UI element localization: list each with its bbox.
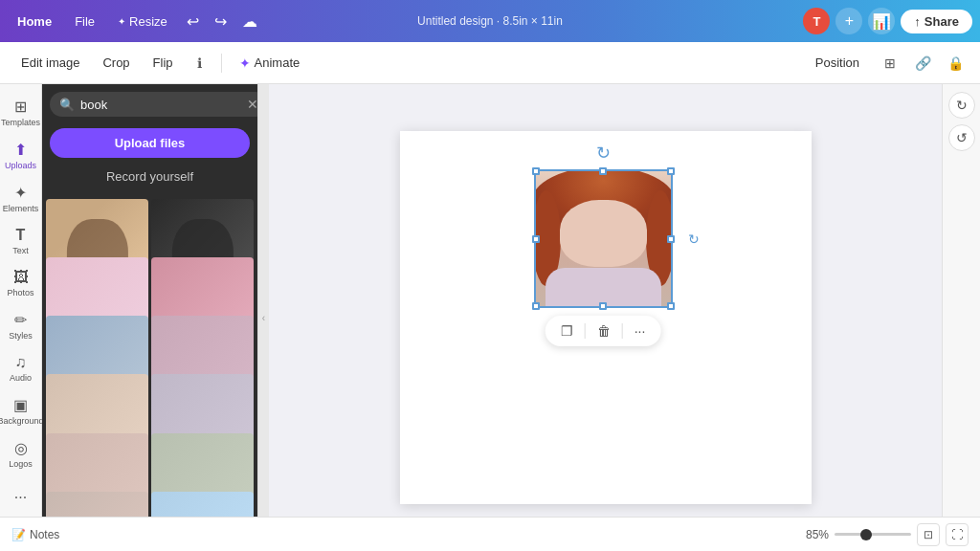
more-options-button[interactable]: ··· bbox=[631, 321, 650, 341]
edit-image-button[interactable]: Edit image bbox=[11, 51, 89, 75]
flip-button[interactable]: Flip bbox=[144, 51, 183, 75]
toolbar-right: Position ⊞ 🔗 🔒 bbox=[804, 50, 969, 77]
stats-button[interactable]: 📊 bbox=[868, 8, 895, 34]
search-input[interactable] bbox=[80, 98, 241, 112]
animate-icon: ✦ bbox=[239, 55, 251, 71]
refresh-button[interactable]: ↻ bbox=[948, 92, 975, 119]
sidebar-item-label: Photos bbox=[7, 288, 33, 298]
record-yourself-button[interactable]: Record yourself bbox=[50, 165, 250, 187]
uploads-panel: 🔍 ✕ Upload files Record yourself bbox=[42, 84, 257, 551]
selection-handle-br[interactable] bbox=[667, 302, 675, 310]
right-rotate-button[interactable]: ↺ bbox=[948, 124, 975, 151]
lock-button[interactable]: 🔒 bbox=[942, 50, 969, 77]
sidebar-item-label: Background bbox=[0, 416, 44, 426]
sidebar-item-label: Templates bbox=[1, 118, 40, 127]
search-icon: 🔍 bbox=[59, 98, 75, 112]
nav-right: T + 📊 ↑ Share bbox=[803, 8, 972, 34]
sidebar-item-label: Styles bbox=[9, 331, 33, 341]
share-icon: ↑ bbox=[914, 14, 921, 29]
redo-button[interactable]: ↪ bbox=[209, 9, 233, 34]
face bbox=[560, 200, 647, 267]
sidebar-item-templates[interactable]: ⊞ Templates bbox=[2, 92, 40, 133]
home-button[interactable]: Home bbox=[8, 11, 61, 33]
selection-handle-bl[interactable] bbox=[532, 302, 540, 310]
cloud-save-button[interactable]: ☁ bbox=[236, 9, 263, 34]
file-button[interactable]: File bbox=[65, 11, 104, 33]
link-button[interactable]: 🔗 bbox=[909, 50, 936, 77]
text-icon: T bbox=[16, 227, 26, 244]
sidebar-item-label: Audio bbox=[10, 373, 32, 383]
zoom-control: 85% ⊡ ⛶ bbox=[806, 523, 969, 546]
templates-icon: ⊞ bbox=[14, 98, 27, 116]
float-divider bbox=[585, 323, 586, 339]
canvas-area: ↻ ↻ ❐ 🗑 ··· bbox=[269, 84, 942, 551]
selection-handle-bm[interactable] bbox=[599, 302, 607, 310]
sidebar-item-uploads[interactable]: ⬆ Uploads bbox=[2, 135, 40, 176]
sidebar-item-more[interactable]: ··· bbox=[2, 483, 40, 512]
notes-icon: 📝 bbox=[11, 528, 26, 541]
sidebar-item-audio[interactable]: ♫ Audio bbox=[2, 348, 40, 388]
zoom-slider[interactable] bbox=[835, 533, 911, 536]
sidebar-item-elements[interactable]: ✦ Elements bbox=[2, 178, 40, 219]
upload-files-button[interactable]: Upload files bbox=[50, 128, 250, 158]
search-input-wrap: 🔍 ✕ bbox=[50, 92, 257, 117]
undo-button[interactable]: ↩ bbox=[181, 9, 205, 34]
zoom-fullscreen-button[interactable]: ⛶ bbox=[946, 523, 969, 546]
sidebar-item-label: Logos bbox=[9, 459, 33, 469]
document-title: Untitled design · 8.5in × 11in bbox=[417, 14, 563, 28]
uploads-grid bbox=[42, 195, 257, 551]
selection-handle-mr[interactable] bbox=[667, 235, 675, 243]
search-bar: 🔍 ✕ bbox=[42, 84, 257, 124]
share-button[interactable]: ↑ Share bbox=[901, 10, 972, 33]
toolbar-divider bbox=[221, 54, 222, 73]
sidebar-item-logos[interactable]: ◎ Logos bbox=[2, 433, 40, 474]
bottom-bar: 📝 Notes 85% ⊡ ⛶ bbox=[0, 517, 980, 551]
sidebar-item-photos[interactable]: 🖼 Photos bbox=[2, 263, 40, 303]
resize-icon: ✦ bbox=[118, 16, 125, 27]
sidebar-item-styles[interactable]: ✏ Styles bbox=[2, 305, 40, 346]
position-button[interactable]: Position bbox=[804, 51, 871, 75]
notes-button[interactable]: 📝 Notes bbox=[11, 528, 59, 541]
sidebar-item-background[interactable]: ▣ Background bbox=[2, 390, 40, 431]
delete-button[interactable]: 🗑 bbox=[593, 321, 614, 341]
edit-toolbar: Edit image Crop Flip ℹ ✦ Animate Positio… bbox=[0, 42, 980, 84]
clear-search-icon[interactable]: ✕ bbox=[247, 97, 257, 112]
audio-icon: ♫ bbox=[15, 354, 27, 371]
photos-icon: 🖼 bbox=[13, 269, 29, 286]
background-icon: ▣ bbox=[13, 396, 28, 414]
add-collaborator-button[interactable]: + bbox=[835, 8, 862, 34]
selection-handle-tm[interactable] bbox=[599, 167, 607, 175]
sidebar-icons: ⊞ Templates ⬆ Uploads ✦ Elements T Text … bbox=[0, 84, 42, 551]
uploads-icon: ⬆ bbox=[14, 141, 27, 159]
rotate-handle-top[interactable]: ↻ bbox=[596, 143, 611, 164]
logos-icon: ◎ bbox=[14, 439, 28, 457]
selected-image[interactable]: ↻ ↻ ❐ 🗑 ··· bbox=[534, 169, 673, 308]
right-handle: ↻ ↺ bbox=[942, 84, 980, 551]
panel-collapse-handle[interactable]: ‹ bbox=[257, 84, 269, 551]
rotate-handle-right[interactable]: ↻ bbox=[688, 231, 700, 247]
canvas-page[interactable]: ↻ ↻ ❐ 🗑 ··· bbox=[400, 131, 812, 504]
float-toolbar: ❐ 🗑 ··· bbox=[546, 316, 661, 346]
elements-icon: ✦ bbox=[14, 184, 27, 202]
avatar[interactable]: T bbox=[803, 8, 830, 34]
zoom-fit-button[interactable]: ⊡ bbox=[917, 523, 940, 546]
crop-button[interactable]: Crop bbox=[93, 51, 139, 75]
shirt bbox=[546, 268, 661, 306]
more-icon: ··· bbox=[14, 489, 27, 506]
canvas-image-content bbox=[536, 171, 671, 306]
animate-button[interactable]: ✦ Animate bbox=[230, 52, 310, 75]
sidebar-item-text[interactable]: T Text bbox=[2, 221, 40, 261]
sidebar-item-label: Uploads bbox=[5, 161, 36, 170]
styles-icon: ✏ bbox=[14, 311, 27, 329]
duplicate-button[interactable]: ❐ bbox=[557, 321, 577, 341]
grid-view-button[interactable]: ⊞ bbox=[877, 50, 903, 77]
main-layout: ⊞ Templates ⬆ Uploads ✦ Elements T Text … bbox=[0, 84, 980, 551]
selection-handle-tr[interactable] bbox=[667, 167, 675, 175]
info-button[interactable]: ℹ bbox=[187, 50, 213, 77]
resize-button[interactable]: ✦ Resize bbox=[108, 11, 177, 33]
sidebar-item-label: Elements bbox=[3, 204, 39, 213]
selection-handle-ml[interactable] bbox=[532, 235, 540, 243]
zoom-level: 85% bbox=[806, 528, 829, 541]
float-divider-2 bbox=[622, 323, 623, 339]
selection-handle-tl[interactable] bbox=[532, 167, 540, 175]
